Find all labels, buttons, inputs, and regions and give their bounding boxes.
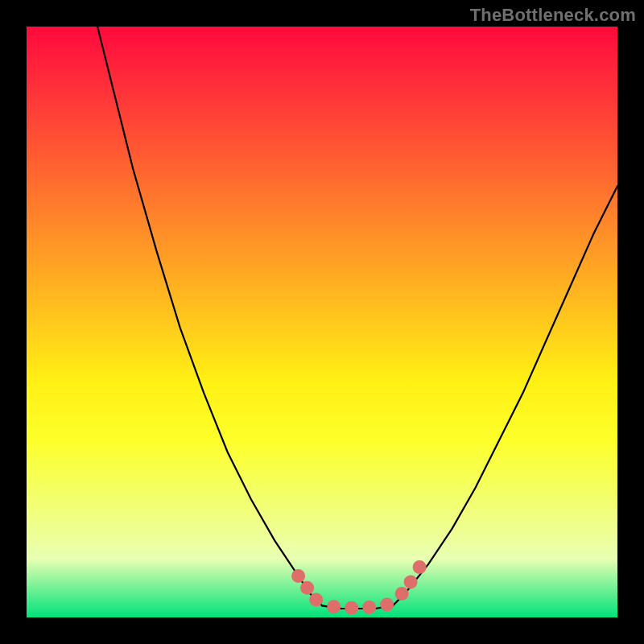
- highlight-dot: [404, 576, 418, 589]
- plot-area: [27, 27, 617, 617]
- left-branch-curve: [97, 27, 322, 605]
- chart-svg: [27, 27, 617, 617]
- chart-frame: TheBottleneck.com: [0, 0, 644, 644]
- highlight-dot: [309, 593, 323, 607]
- watermark-text: TheBottleneck.com: [470, 5, 636, 26]
- highlight-dot: [395, 587, 409, 601]
- marker-group: [291, 560, 426, 615]
- right-branch-curve: [393, 186, 617, 605]
- highlight-dot: [300, 581, 314, 595]
- highlight-dot: [413, 560, 427, 574]
- highlight-dot: [291, 569, 305, 583]
- highlight-dot: [345, 601, 358, 615]
- highlight-dot: [380, 597, 394, 611]
- curve-group: [97, 27, 617, 609]
- highlight-dot: [362, 601, 376, 614]
- highlight-dot: [327, 600, 341, 613]
